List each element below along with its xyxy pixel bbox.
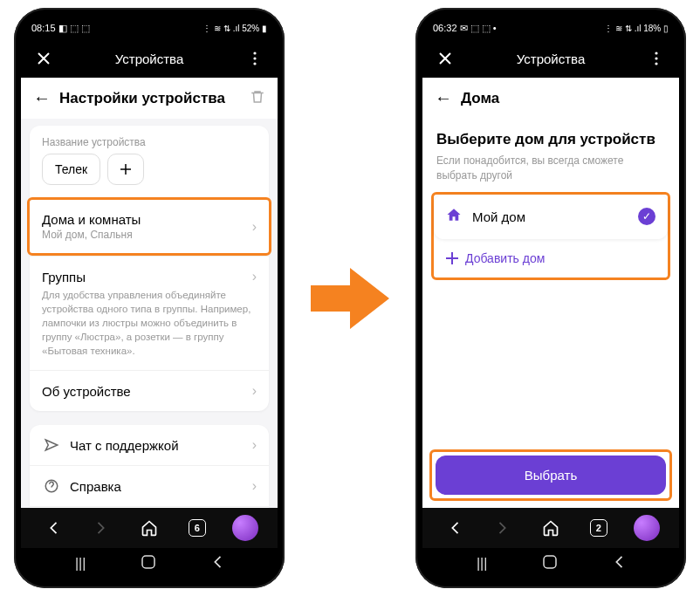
row-title: Группы [42,270,86,284]
page-header: ← Настройки устройства [21,78,278,119]
device-name-chip[interactable]: Телек [42,154,100,185]
back-arrow-icon[interactable]: ← [435,88,452,108]
device-name-label: Название устройства [30,126,269,154]
help-icon [42,478,61,494]
highlight-homes-rooms: Дома и комнаты Мой дом, Спальня › [27,197,271,256]
recents-button[interactable]: ||| [477,556,487,572]
system-nav-bar: ||| [422,548,679,579]
svg-point-8 [655,62,657,65]
chevron-right-icon: › [252,437,257,453]
row-title: Дома и комнаты [42,212,252,227]
app-titlebar: Устройства [21,39,278,78]
support-card: Чат с поддержкой › Справка › Форма обрат… [30,425,269,508]
status-left-icons: ◧ ⬚ ⬚ [58,23,90,34]
svg-point-6 [655,51,657,54]
row-help[interactable]: Справка › [30,465,269,506]
status-left-icons: ✉ ⬚ ⬚ • [460,23,497,34]
browser-back-icon[interactable] [442,515,468,541]
status-time: 08:15 [31,23,56,33]
add-home-label: Добавить дом [465,251,545,265]
browser-home-icon[interactable] [136,515,162,541]
tab-count: 6 [189,519,206,537]
delete-icon[interactable] [250,89,265,108]
page-title: Дома [461,90,667,107]
camera-notch [141,11,157,27]
chevron-right-icon: › [252,269,257,284]
svg-point-7 [655,57,657,59]
app-titlebar: Устройства [422,39,679,78]
system-nav-bar: ||| [21,548,278,579]
close-icon[interactable] [33,48,54,69]
system-back-button[interactable] [211,556,223,572]
groups-description: Для удобства управления объединяйте устр… [30,288,269,370]
tab-count: 2 [590,519,607,537]
prompt-subtitle: Если понадобится, вы всегда сможете выбр… [436,154,665,183]
page-title: Настройки устройства [59,90,241,107]
browser-toolbar: 2 [422,508,679,548]
phone-left: 08:15 ◧ ⬚ ⬚ ⋮ ≋ ⇅ .ıl 52% ▮ Устройства ←… [14,8,285,588]
row-about-device[interactable]: Об устройстве › [30,370,269,411]
row-homes-rooms[interactable]: Дома и комнаты Мой дом, Спальня › [30,200,269,253]
row-title: Справка [70,479,252,494]
browser-toolbar: 6 [21,508,278,548]
row-support-chat[interactable]: Чат с поддержкой › [30,425,269,465]
content-area: ← Настройки устройства Название устройст… [21,78,278,508]
home-option[interactable]: Мой дом ✓ [434,195,668,239]
svg-rect-9 [544,556,556,568]
alice-button[interactable] [232,515,258,541]
status-time: 06:32 [433,23,457,33]
camera-notch [543,11,559,27]
add-home-button[interactable]: Добавить дом [434,239,668,277]
footer-area: Выбрать [422,442,679,508]
prompt-title: Выберите дом для устройств [436,131,665,148]
highlight-select-button: Выбрать [429,449,672,501]
page-header: ← Дома [422,78,679,119]
home-icon [446,207,462,227]
browser-home-icon[interactable] [538,515,564,541]
screen-right: 06:32 ✉ ⬚ ⬚ • ⋮ ≋ ⇅ .ıl 18% ▯ Устройства… [422,17,679,579]
browser-forward-icon[interactable] [88,515,114,541]
home-name: Мой дом [472,209,638,224]
menu-dots-icon[interactable] [244,48,265,69]
recents-button[interactable]: ||| [75,556,86,572]
browser-tabs-button[interactable]: 6 [184,515,210,541]
screen-left: 08:15 ◧ ⬚ ⬚ ⋮ ≋ ⇅ .ıl 52% ▮ Устройства ←… [21,17,278,579]
titlebar-title: Устройства [456,51,646,66]
close-icon[interactable] [435,48,456,69]
home-option-card: Мой дом ✓ [434,195,668,239]
chat-icon [42,437,61,453]
status-right-icons: ⋮ ≋ ⇅ .ıl 52% ▮ [202,24,267,33]
selected-check-icon: ✓ [638,208,655,225]
back-arrow-icon[interactable]: ← [33,88,51,108]
row-subtitle: Мой дом, Спальня [42,229,252,241]
row-groups[interactable]: Группы › [30,256,269,288]
menu-dots-icon[interactable] [646,48,667,69]
svg-rect-5 [142,556,154,568]
prompt-block: Выберите дом для устройств Если понадоби… [422,119,679,192]
row-title: Об устройстве [42,384,131,399]
home-button[interactable] [141,555,155,572]
chevron-right-icon: › [252,219,257,235]
transition-arrow [311,268,389,329]
svg-point-2 [253,62,256,65]
content-area: ← Дома Выберите дом для устройств Если п… [422,78,679,508]
phone-right: 06:32 ✉ ⬚ ⬚ • ⋮ ≋ ⇅ .ıl 18% ▯ Устройства… [415,8,686,588]
row-title: Чат с поддержкой [70,438,252,453]
browser-tabs-button[interactable]: 2 [586,515,612,541]
home-button[interactable] [543,555,557,572]
svg-point-0 [253,51,256,54]
highlight-home-selection: Мой дом ✓ Добавить дом [431,192,670,280]
chevron-right-icon: › [252,478,257,494]
system-back-button[interactable] [613,556,625,572]
device-name-card: Название устройства Телек Дома и комнаты… [30,126,269,411]
status-right-icons: ⋮ ≋ ⇅ .ıl 18% ▯ [604,24,669,33]
titlebar-title: Устройства [54,51,244,66]
svg-point-1 [253,57,256,59]
browser-back-icon[interactable] [40,515,66,541]
add-name-button[interactable] [107,154,144,185]
chevron-right-icon: › [252,383,257,399]
alice-button[interactable] [634,515,660,541]
select-button[interactable]: Выбрать [436,456,666,495]
browser-forward-icon[interactable] [490,515,516,541]
